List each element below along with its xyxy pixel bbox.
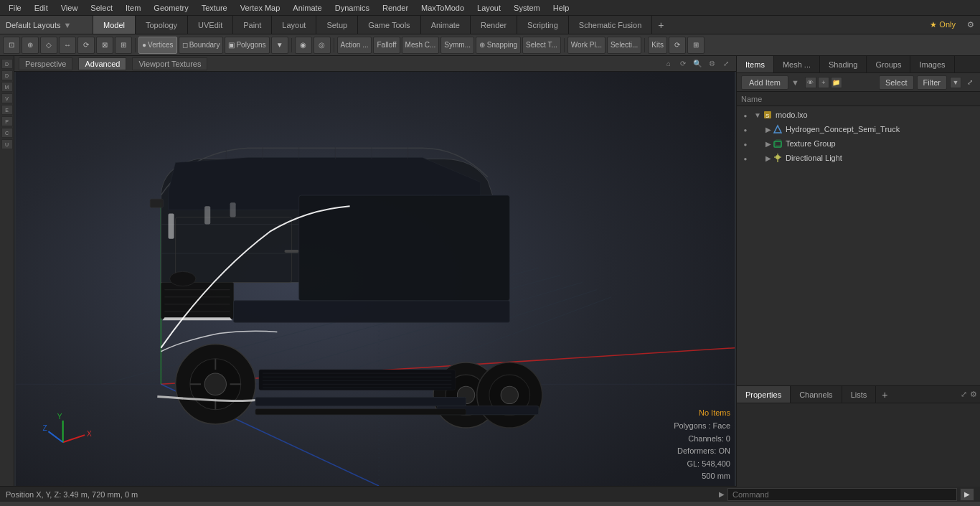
viewport-container[interactable]: Perspective Advanced Viewport Textures ⌂… (14, 56, 736, 486)
toolbar-mesh[interactable]: Mesh C... (402, 37, 440, 54)
filter-button[interactable]: Filter (917, 75, 947, 90)
layout-tab-setup[interactable]: Setup (316, 16, 358, 34)
toolbar-move[interactable]: ↔ (59, 37, 76, 54)
item-row-modo-lxo[interactable]: ▼ S modo.lxo (737, 108, 980, 122)
layout-add-button[interactable]: + (652, 19, 669, 31)
toolbar-snapping[interactable]: ⊕ Snapping (476, 37, 521, 54)
command-input[interactable] (727, 488, 957, 501)
toolbar-scale[interactable]: ⊠ (96, 37, 113, 54)
menu-dynamics[interactable]: Dynamics (329, 2, 375, 14)
menu-texture[interactable]: Texture (196, 2, 233, 14)
menu-vertex-map[interactable]: Vertex Map (235, 2, 286, 14)
vp-icon-expand[interactable]: ⤢ (720, 58, 732, 70)
side-btn-5[interactable]: E (1, 105, 13, 115)
toolbar-sym1[interactable]: ◉ (295, 37, 312, 54)
layout-tab-topology[interactable]: Topology (136, 16, 188, 34)
toolbar-select-t[interactable]: Select T... (522, 37, 561, 54)
menu-layout[interactable]: Layout (471, 2, 507, 14)
menu-geometry[interactable]: Geometry (148, 2, 194, 14)
toolbar-work-pl[interactable]: Work Pl... (567, 37, 606, 54)
layout-tab-schematic[interactable]: Schematic Fusion (569, 16, 652, 34)
layout-settings-button[interactable]: ⚙ (961, 20, 980, 29)
props-add-button[interactable]: + (876, 386, 893, 403)
toolbar-rotate[interactable]: ⟳ (77, 37, 95, 54)
layout-tab-paint[interactable]: Paint (233, 16, 272, 34)
props-tab-lists[interactable]: Lists (842, 386, 877, 403)
props-settings-icon[interactable]: ⚙ (970, 390, 977, 399)
panel-tab-groups[interactable]: Groups (867, 56, 910, 72)
toolbar-sym2[interactable]: ◎ (314, 37, 331, 54)
props-expand-icon[interactable]: ⤢ (961, 390, 967, 399)
toolbar-kits[interactable]: Kits (648, 37, 667, 54)
menu-render[interactable]: Render (377, 2, 414, 14)
layout-dropdown[interactable]: Default Layouts ▼ (0, 16, 93, 34)
toolbar-world[interactable]: ⊕ (22, 37, 39, 54)
select-button[interactable]: Select (879, 75, 914, 90)
vp-tab-advanced[interactable]: Advanced (78, 57, 126, 70)
toolbar-mode-more[interactable]: ▼ (271, 37, 288, 54)
item-arrow-texture-group[interactable]: ▶ (765, 140, 771, 148)
toolbar-select-mode[interactable]: ⊡ (3, 37, 20, 54)
menu-view[interactable]: View (55, 2, 84, 14)
toolbar-polygons[interactable]: ▣ Polygons (225, 37, 269, 54)
side-btn-4[interactable]: V (1, 93, 13, 103)
layout-tab-uvedit[interactable]: UVEdit (188, 16, 233, 34)
menu-maxtomodo[interactable]: MaxToModo (415, 2, 470, 14)
item-eye-modo-lxo[interactable] (740, 109, 751, 121)
item-arrow-directional-light[interactable]: ▶ (765, 154, 771, 162)
side-btn-8[interactable]: U (1, 139, 13, 149)
menu-animate[interactable]: Animate (287, 2, 327, 14)
panel-tab-items[interactable]: Items (737, 56, 774, 72)
items-add-icon[interactable]: + (818, 77, 829, 88)
item-arrow-modo-lxo[interactable]: ▼ (754, 111, 761, 119)
toolbar-selecti[interactable]: Selecti... (607, 37, 641, 54)
viewport-canvas[interactable]: X Y Z No Items Polygons : Face Channels:… (14, 72, 736, 486)
layout-tab-gametools[interactable]: Game Tools (358, 16, 421, 34)
layout-tab-animate[interactable]: Animate (421, 16, 471, 34)
item-eye-truck[interactable] (740, 123, 751, 135)
panel-tab-images[interactable]: Images (910, 56, 954, 72)
side-btn-1[interactable]: D (1, 59, 13, 69)
item-row-texture-group[interactable]: ▶ Texture Group (737, 136, 980, 151)
side-btn-3[interactable]: M (1, 82, 13, 92)
panel-tab-shading[interactable]: Shading (820, 56, 867, 72)
toolbar-action[interactable]: Action ... (337, 37, 372, 54)
side-btn-7[interactable]: C (1, 128, 13, 138)
menu-system[interactable]: System (508, 2, 546, 14)
item-eye-directional-light[interactable] (740, 152, 751, 164)
items-settings-icon[interactable]: ▼ (950, 77, 961, 88)
toolbar-camera[interactable]: ◇ (40, 37, 57, 54)
vp-tab-perspective[interactable]: Perspective (19, 57, 72, 70)
items-expand-icon[interactable]: ⤢ (964, 77, 976, 88)
vp-tab-textures[interactable]: Viewport Textures (132, 57, 207, 70)
toolbar-boundary[interactable]: ◻ Boundary (179, 37, 224, 54)
layout-tab-scripting[interactable]: Scripting (517, 16, 569, 34)
menu-help[interactable]: Help (547, 2, 575, 14)
item-row-truck[interactable]: ▶ Hydrogen_Concept_Semi_Truck (737, 122, 980, 136)
add-item-button[interactable]: Add Item (741, 75, 788, 90)
toolbar-grid[interactable]: ⊞ (687, 37, 705, 54)
menu-file[interactable]: File (3, 2, 27, 14)
side-btn-6[interactable]: P (1, 116, 13, 126)
items-eye-icon[interactable]: 👁 (805, 77, 816, 88)
items-list[interactable]: ▼ S modo.lxo ▶ Hydrogen_Concept_Semi_Tru… (737, 106, 980, 248)
layout-tab-model[interactable]: Model (93, 16, 136, 34)
layout-tab-render[interactable]: Render (471, 16, 517, 34)
item-eye-texture-group[interactable] (740, 138, 751, 149)
layout-tab-layout[interactable]: Layout (272, 16, 316, 34)
command-go-button[interactable]: ▶ (960, 488, 974, 501)
side-btn-2[interactable]: D (1, 70, 13, 80)
panel-tab-mesh[interactable]: Mesh ... (774, 56, 820, 72)
menu-select[interactable]: Select (85, 2, 118, 14)
item-row-directional-light[interactable]: ▶ Directional Light (737, 151, 980, 165)
props-tab-properties[interactable]: Properties (737, 386, 791, 403)
toolbar-vertices[interactable]: ● Vertices (138, 37, 177, 54)
item-arrow-truck[interactable]: ▶ (765, 126, 771, 133)
menu-edit[interactable]: Edit (29, 2, 54, 14)
items-folder-icon[interactable]: 📁 (831, 77, 842, 88)
toolbar-transform[interactable]: ⊞ (115, 37, 132, 54)
vp-icon-settings[interactable]: ⚙ (706, 58, 717, 70)
toolbar-falloff[interactable]: Falloff (373, 37, 400, 54)
toolbar-reset[interactable]: ⟳ (669, 37, 686, 54)
menu-item[interactable]: Item (120, 2, 146, 14)
